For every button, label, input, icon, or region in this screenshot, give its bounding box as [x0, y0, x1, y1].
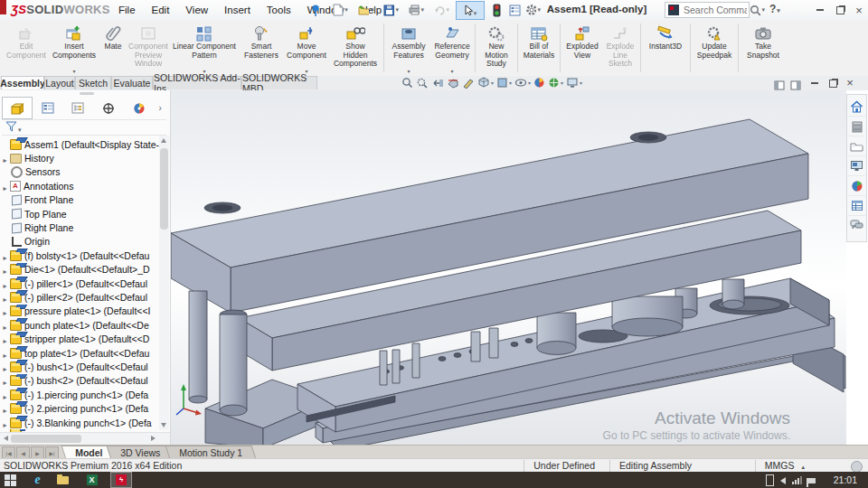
doc-restore-button[interactable] [826, 77, 840, 89]
model-assembly[interactable] [171, 90, 846, 445]
tab-property-manager[interactable] [33, 97, 63, 119]
tree-row-component[interactable]: (-) piller<1> (Default<<Defaul [0, 277, 159, 290]
tree-row-right-plane[interactable]: Right Plane [0, 221, 159, 234]
tab-solidworks-mbd[interactable]: SOLIDWORKS MBD [241, 76, 317, 89]
taskbar-clock[interactable]: 21:01 [834, 474, 857, 485]
help-button[interactable]: ? [769, 3, 780, 15]
expander-icon[interactable] [0, 318, 10, 332]
start-button[interactable] [4, 474, 17, 486]
apply-scene-icon[interactable] [548, 77, 563, 89]
edit-appearance-icon[interactable] [533, 77, 545, 89]
print-icon[interactable] [409, 3, 424, 17]
ribbon-button-assembly-features[interactable]: Assembly Features [386, 23, 431, 77]
file-explorer-icon[interactable] [848, 136, 865, 156]
new-document-icon[interactable] [333, 3, 348, 17]
tree-row-origin[interactable]: Origin [0, 235, 159, 249]
minimize-button[interactable] [813, 4, 827, 16]
restore-button[interactable] [833, 4, 847, 16]
expander-icon[interactable] [0, 388, 10, 401]
tree-row-component[interactable]: stripper plate<1> (Default<<D [0, 332, 159, 345]
ribbon-button-show-hidden-components[interactable]: Show Hidden Components [329, 23, 382, 69]
scroll-right-arrow[interactable] [151, 436, 156, 441]
ribbon-button-insert-components[interactable]: Insert Components [49, 23, 99, 77]
ribbon-button-linear-component-pattern[interactable]: Linear Component Pattern [170, 23, 239, 77]
tab-assembly[interactable]: Assembly [1, 76, 44, 89]
menu-edit[interactable]: Edit [144, 5, 178, 15]
expander-icon[interactable] [0, 249, 10, 262]
expander-icon[interactable] [0, 151, 10, 164]
tab-solidworks-add-ins[interactable]: SOLIDWORKS Add-Ins [153, 76, 241, 89]
internet-explorer-icon[interactable]: e [31, 474, 44, 486]
panel-tabs-overflow-chevron[interactable]: › [155, 97, 166, 118]
expander-icon[interactable] [0, 374, 10, 388]
expander-icon[interactable] [0, 360, 10, 373]
tab-nav-buttons[interactable]: |◀◀▶▶| [2, 446, 60, 459]
tree-row-component[interactable]: (-) 3.Blanking punch<1> (Defa [0, 416, 159, 429]
menu-insert[interactable]: Insert [216, 5, 259, 15]
volume-icon[interactable] [780, 477, 786, 484]
excel-taskbar-icon[interactable]: X [85, 474, 99, 486]
viewport-canvas[interactable]: Activate Windows Go to PC settings to ac… [171, 90, 846, 445]
tree-row-component[interactable]: top plate<1> (Default<<Defau [0, 346, 159, 360]
filter-funnel-icon[interactable] [5, 119, 17, 136]
scroll-left-arrow[interactable] [4, 436, 8, 441]
tab-display-manager[interactable] [124, 97, 155, 119]
sketch-visibility-icon[interactable] [462, 77, 475, 89]
ribbon-button-update-speedpak[interactable]: Update Speedpak [693, 23, 736, 60]
view-palette-icon[interactable] [848, 156, 865, 176]
view-settings-icon[interactable] [566, 77, 582, 89]
search-scope-icon[interactable] [668, 5, 679, 15]
doc-minimize-button[interactable] [807, 77, 822, 89]
home-icon[interactable] [848, 97, 865, 117]
tree-row-history[interactable]: History [0, 151, 159, 164]
menu-file[interactable]: File [110, 5, 144, 15]
expander-icon[interactable] [0, 263, 10, 277]
tree-horizontal-scrollbar[interactable] [0, 432, 170, 445]
appearances-icon[interactable] [848, 176, 865, 196]
expander-icon[interactable] [0, 179, 10, 192]
menu-tools[interactable]: Tools [259, 5, 299, 15]
ribbon-button-take-snapshot[interactable]: Take Snapshot [741, 23, 786, 60]
notifications-flag-icon[interactable] [808, 478, 816, 483]
scroll-thumb[interactable] [160, 148, 168, 230]
pin-icon[interactable] [311, 4, 321, 20]
view-orientation-icon[interactable] [477, 77, 494, 89]
tree-row-component[interactable]: (f) bolsty<1> (Default<<Defau [0, 249, 159, 262]
search-magnifier-icon[interactable] [750, 3, 765, 17]
expander-icon[interactable] [0, 332, 10, 345]
ribbon-button-reference-geometry[interactable]: Reference Geometry [431, 23, 473, 77]
zoom-to-area-icon[interactable] [416, 77, 429, 89]
section-view-icon[interactable] [447, 77, 459, 89]
file-explorer-taskbar-icon[interactable] [56, 474, 70, 486]
network-icon[interactable] [792, 476, 802, 484]
tree-row-component[interactable]: pressure plate<1> (Default<<I [0, 305, 159, 318]
expander-icon[interactable] [0, 290, 10, 304]
scroll-down-arrow[interactable] [161, 423, 166, 427]
menu-view[interactable]: View [177, 5, 216, 15]
unit-system-dropdown[interactable]: MMGS [755, 460, 814, 472]
tree-vertical-scrollbar[interactable] [159, 136, 169, 430]
expander-icon[interactable] [0, 277, 10, 290]
tree-row-component[interactable]: (-) 1.piercing punch<1> (Defa [0, 388, 159, 401]
search-input[interactable] [682, 4, 749, 16]
close-button[interactable] [852, 4, 866, 16]
tab-motion-study-1[interactable]: Motion Study 1 [165, 446, 256, 459]
tree-row-sensors[interactable]: Sensors [0, 165, 159, 179]
tree-row-annotations[interactable]: Annotations [0, 179, 159, 192]
panel-drag-handle[interactable] [80, 92, 94, 95]
tree-row-front-plane[interactable]: Front Plane [0, 193, 159, 207]
design-library-icon[interactable] [848, 117, 865, 136]
expander-icon[interactable] [0, 305, 10, 318]
tree-row-component[interactable]: (-) 2.piercing punch<1> (Defa [0, 401, 159, 415]
expander-icon[interactable] [0, 346, 10, 360]
select-tool-button[interactable] [456, 1, 485, 20]
ribbon-button-mate[interactable]: Mate [99, 23, 127, 52]
ribbon-button-smart-fasteners[interactable]: Smart Fasteners [239, 23, 284, 60]
tree-row-component[interactable]: punch plate<1> (Default<<De [0, 318, 159, 332]
tree-row-component[interactable]: (-) bush<1> (Default<<Defaul [0, 360, 159, 373]
tab-layout[interactable]: Layout [44, 76, 75, 89]
tab-sketch[interactable]: Sketch [75, 76, 111, 89]
tab-dimxpert[interactable] [93, 97, 124, 119]
filter-caret[interactable] [17, 119, 22, 136]
ribbon-button-instant3d[interactable]: Instant3D [643, 23, 688, 52]
